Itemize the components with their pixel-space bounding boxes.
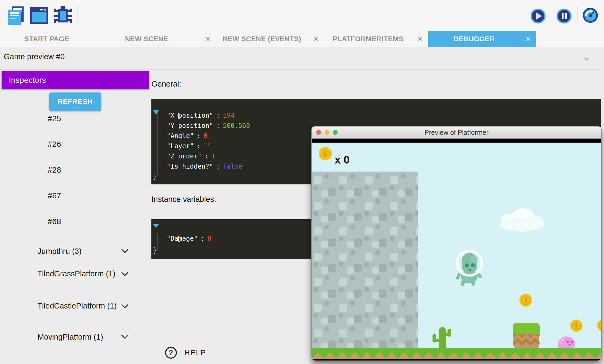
wall-texture-square <box>328 188 336 196</box>
json-key: "Damage" <box>167 235 198 242</box>
wall-texture-square <box>398 216 405 223</box>
wall-texture-square <box>415 262 418 267</box>
tab-debugger[interactable]: DEBUGGER ✕ <box>428 31 536 47</box>
collapse-arrow-icon[interactable] <box>153 224 159 228</box>
tab-new-scene[interactable]: NEW SCENE ✕ <box>93 31 216 47</box>
wall-texture-square <box>339 329 347 337</box>
chevron-down-icon[interactable] <box>121 335 129 339</box>
wall-texture-square <box>416 329 418 337</box>
help-button[interactable]: ? HELP <box>165 347 206 359</box>
tab-label: PLATFORMERITEMS <box>324 35 412 43</box>
wall-texture-square <box>379 188 387 196</box>
wall-texture-square <box>401 174 406 179</box>
wall-texture-square <box>416 176 418 184</box>
chevron-down-icon[interactable] <box>121 272 129 277</box>
profiler-gauge-icon[interactable] <box>583 8 598 24</box>
tab-new-scene-events[interactable]: NEW SCENE (EVENTS) ✕ <box>216 31 324 47</box>
json-value: 0 <box>207 235 211 242</box>
pause-icon[interactable] <box>556 8 572 25</box>
wall-texture-square <box>401 326 406 331</box>
wall-texture-square <box>375 174 380 179</box>
group-movingplatform[interactable]: MovingPlatform (1) <box>38 332 121 342</box>
wall-texture-square <box>313 211 318 216</box>
wall-texture-square <box>354 315 362 323</box>
json-value: false <box>223 163 242 170</box>
tab-close-icon[interactable]: ✕ <box>520 35 536 43</box>
json-row: "X position":194 <box>151 110 601 121</box>
cloud-sprite <box>497 206 546 234</box>
game-canvas[interactable]: x 0 <box>312 143 601 359</box>
wall-texture-square <box>354 289 362 298</box>
wall-texture-square <box>321 343 328 348</box>
chevron-down-icon[interactable] <box>584 58 590 61</box>
tab-label: NEW SCENE <box>93 35 200 43</box>
tab-close-icon[interactable]: ✕ <box>308 35 324 43</box>
chevron-down-icon[interactable] <box>121 249 129 254</box>
wall-texture-square <box>321 292 328 299</box>
wall-texture-square <box>375 276 380 280</box>
wall-texture-square <box>415 338 418 343</box>
tab-start-page[interactable]: START PAGE <box>0 31 93 47</box>
wall-texture-square <box>416 227 418 235</box>
coin-sprite <box>570 320 583 333</box>
tab-close-icon[interactable]: ✕ <box>200 35 216 43</box>
inspector-item-25[interactable]: #25 <box>48 114 61 124</box>
wall-texture-square <box>365 253 373 261</box>
wall-texture-square <box>415 287 418 292</box>
wall-texture-square <box>313 185 318 190</box>
inspector-item-26[interactable]: #26 <box>48 140 61 150</box>
project-manager-icon[interactable] <box>6 6 25 26</box>
play-icon[interactable] <box>530 8 546 25</box>
wall-texture-square <box>405 239 413 247</box>
wall-texture-square <box>390 176 398 184</box>
tab-close-icon[interactable]: ✕ <box>412 35 428 43</box>
wall-texture-square <box>339 338 344 343</box>
inspector-item-28[interactable]: #28 <box>48 165 61 176</box>
group-tiledcastleplatform[interactable]: TiledCastlePlatform (1) <box>38 301 121 311</box>
game-preview-selector[interactable]: Game preview #0 <box>4 52 65 61</box>
preview-window[interactable]: Preview of Platformer x 0 <box>311 126 602 361</box>
wall-texture-square <box>347 216 354 223</box>
wall-texture-square <box>416 278 418 286</box>
wall-texture-square <box>325 199 329 204</box>
help-label: HELP <box>184 348 206 357</box>
inspector-item-68[interactable]: #68 <box>48 217 61 227</box>
wall-texture-square <box>347 343 354 348</box>
wall-texture-square <box>328 289 336 298</box>
wall-texture-square <box>314 304 322 312</box>
wall-texture-square <box>390 253 398 261</box>
preview-windows-icon[interactable] <box>30 7 48 25</box>
wall-texture-square <box>398 318 405 325</box>
wall-texture-square <box>372 216 379 223</box>
json-value: 194 <box>223 112 234 119</box>
wall-texture-square <box>415 185 418 190</box>
group-jumpthru[interactable]: Jumpthru (3) <box>38 247 121 256</box>
wall-texture-square <box>405 264 413 272</box>
inspector-item-67[interactable]: #67 <box>48 191 61 201</box>
chevron-down-icon[interactable] <box>121 304 129 309</box>
refresh-button[interactable]: REFRESH <box>49 92 101 111</box>
wall-texture-square <box>325 250 329 255</box>
brace-close: } <box>153 173 157 180</box>
json-key: "Is hidden?" <box>167 163 213 170</box>
wall-texture-square <box>314 227 322 235</box>
wall-texture-square <box>354 340 362 348</box>
wall-texture-square <box>325 174 329 179</box>
wall-texture-square <box>379 315 387 323</box>
wall-texture-square <box>313 262 318 267</box>
wall-texture-square <box>339 176 347 184</box>
wall-texture-square <box>350 225 355 229</box>
wall-texture-square <box>372 318 379 325</box>
group-tiledgrassplatform[interactable]: TiledGrassPlatform (1) <box>38 269 121 278</box>
wall-texture-square <box>365 329 373 337</box>
wall-texture-square <box>375 250 380 255</box>
wall-texture-square <box>325 276 329 280</box>
slime-enemy-sprite <box>557 335 576 349</box>
wall-texture-square <box>405 315 413 323</box>
wall-texture-square <box>372 292 379 299</box>
wall-texture-square <box>415 236 418 241</box>
preview-window-titlebar[interactable]: Preview of Platformer <box>312 127 601 139</box>
tab-platformeritems[interactable]: PLATFORMERITEMS ✕ <box>324 31 428 47</box>
wall-texture-square <box>401 225 406 229</box>
debugger-bug-icon[interactable] <box>53 5 73 27</box>
